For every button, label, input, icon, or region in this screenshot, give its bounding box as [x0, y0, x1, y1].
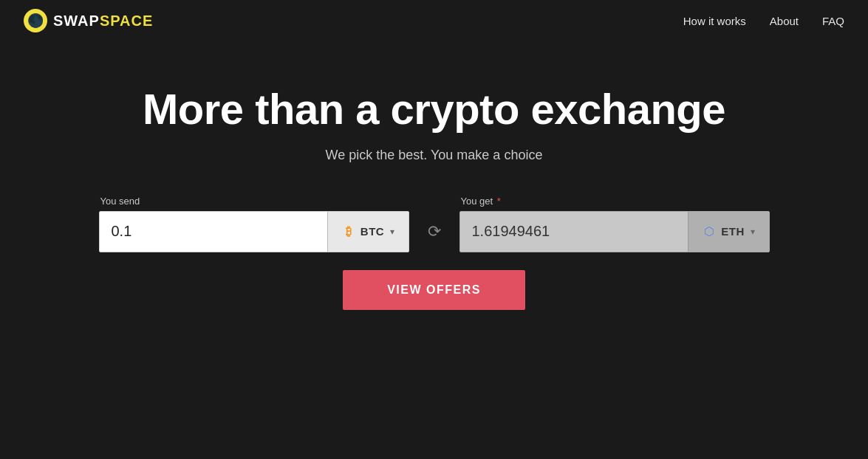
nav-about[interactable]: About	[770, 15, 799, 27]
nav-faq[interactable]: FAQ	[822, 15, 844, 27]
main-content: More than a crypto exchange We pick the …	[0, 41, 868, 310]
hero-subtitle: We pick the best. You make a choice	[326, 148, 543, 163]
get-amount-display: 1.61949461	[460, 223, 688, 240]
get-currency-name: ETH	[721, 225, 745, 238]
nav-how-it-works[interactable]: How it works	[683, 15, 746, 27]
send-currency-selector[interactable]: ₿ BTC ▾	[327, 212, 409, 252]
send-input-group: ₿ BTC ▾	[99, 211, 409, 252]
logo[interactable]: 🌑 SWAPSPACE	[24, 9, 153, 32]
main-nav: How it works About FAQ	[683, 15, 844, 27]
send-chevron-icon: ▾	[390, 227, 394, 237]
get-currency-selector[interactable]: ⬡ ETH ▾	[688, 212, 769, 252]
logo-space: SPACE	[100, 13, 153, 29]
send-field: You send ₿ BTC ▾	[99, 196, 409, 252]
logo-text: SWAPSPACE	[53, 13, 153, 30]
swap-icon: ⟳	[428, 222, 441, 241]
get-field: You get * 1.61949461 ⬡ ETH ▾	[459, 196, 770, 252]
logo-icon: 🌑	[24, 9, 47, 32]
logo-swap: SWAP	[53, 13, 100, 29]
eth-icon: ⬡	[702, 224, 717, 239]
hero-title: More than a crypto exchange	[143, 86, 725, 133]
exchange-widget: You send ₿ BTC ▾ ⟳ You get * 1.61949461	[99, 196, 770, 252]
send-amount-input[interactable]	[100, 212, 327, 252]
get-label: You get *	[459, 196, 770, 207]
get-chevron-icon: ▾	[751, 227, 755, 237]
send-label: You send	[99, 196, 409, 207]
asterisk: *	[494, 196, 501, 207]
get-input-group: 1.61949461 ⬡ ETH ▾	[459, 211, 770, 252]
send-currency-name: BTC	[360, 225, 384, 238]
btc-icon: ₿	[341, 224, 356, 239]
swap-currencies-button[interactable]: ⟳	[418, 215, 451, 248]
view-offers-button[interactable]: VIEW OFFERS	[343, 270, 525, 310]
